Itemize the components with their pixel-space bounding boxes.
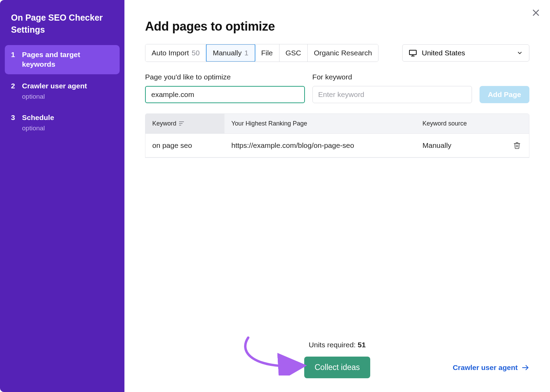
collect-ideas-button[interactable]: Collect ideas	[304, 357, 370, 378]
row-divider	[145, 157, 529, 158]
td-page: https://example.com/blog/on-page-seo	[224, 134, 416, 157]
pages-table: Keyword Your Highest Ranking Page Keywor…	[145, 113, 529, 157]
trash-icon[interactable]	[513, 142, 521, 149]
step-schedule[interactable]: 3 Schedule optional	[5, 108, 120, 138]
th-keyword-label: Keyword	[152, 120, 176, 127]
tab-count: 50	[192, 49, 200, 57]
td-actions	[505, 134, 529, 157]
svg-rect-6	[179, 123, 183, 124]
step-crawler-user-agent[interactable]: 2 Crawler user agent optional	[5, 76, 120, 106]
tab-gsc[interactable]: GSC	[279, 44, 308, 62]
sidebar-title: On Page SEO Checker Settings	[5, 12, 120, 45]
units-required: Units required: 51	[145, 341, 529, 349]
td-keyword: on page seo	[145, 134, 224, 157]
page-field-col: Page you'd like to optimize	[145, 73, 305, 103]
step-number: 2	[11, 81, 16, 101]
steps-list: 1 Pages and target keywords 2 Crawler us…	[5, 45, 120, 138]
td-source: Manually	[416, 134, 505, 157]
add-page-button[interactable]: Add Page	[480, 86, 529, 103]
chevron-down-icon	[517, 50, 523, 56]
th-keyword[interactable]: Keyword	[145, 114, 224, 133]
close-icon	[531, 8, 540, 17]
import-tabs: Auto Import 50 Manually 1 File GSC Organ…	[145, 44, 378, 62]
step-label: Crawler user agent	[22, 82, 87, 90]
controls-row: Auto Import 50 Manually 1 File GSC Organ…	[145, 44, 529, 62]
svg-rect-2	[409, 50, 416, 55]
step-optional: optional	[22, 92, 87, 101]
next-link-label: Crawler user agent	[453, 363, 518, 372]
sort-icon	[179, 121, 185, 126]
tab-label: Manually	[213, 49, 242, 57]
tab-organic-research[interactable]: Organic Research	[308, 44, 378, 62]
svg-rect-7	[179, 125, 181, 126]
tab-file[interactable]: File	[255, 44, 279, 62]
desktop-icon	[409, 50, 417, 56]
table-row: on page seo https://example.com/blog/on-…	[145, 133, 529, 157]
country-label: United States	[422, 49, 465, 57]
table-header: Keyword Your Highest Ranking Page Keywor…	[145, 114, 529, 133]
step-label: Pages and target keywords	[22, 51, 80, 68]
add-page-col: Add Page	[480, 86, 529, 103]
crawler-user-agent-link[interactable]: Crawler user agent	[453, 363, 529, 372]
footer: Units required: 51 Collect ideas Crawler…	[145, 330, 529, 378]
step-number: 3	[11, 113, 16, 133]
step-label: Schedule	[22, 113, 54, 121]
svg-rect-5	[179, 121, 184, 122]
page-input[interactable]	[145, 86, 305, 103]
annotation-arrow	[234, 334, 310, 375]
th-source: Keyword source	[416, 114, 505, 133]
tab-count: 1	[244, 49, 249, 57]
th-source-label: Keyword source	[422, 120, 467, 127]
tab-label: File	[261, 49, 273, 57]
th-page-label: Your Highest Ranking Page	[231, 120, 307, 127]
tab-label: Auto Import	[152, 49, 189, 57]
keyword-field-col: For keyword	[312, 73, 472, 103]
step-pages-keywords[interactable]: 1 Pages and target keywords	[5, 45, 120, 74]
keyword-field-label: For keyword	[312, 73, 472, 81]
tab-auto-import[interactable]: Auto Import 50	[145, 44, 206, 62]
step-number: 1	[11, 50, 16, 69]
close-button[interactable]	[530, 7, 542, 19]
units-label: Units required:	[309, 341, 358, 349]
keyword-input[interactable]	[312, 86, 472, 103]
form-row: Page you'd like to optimize For keyword …	[145, 73, 529, 103]
th-actions	[505, 114, 529, 133]
step-optional: optional	[22, 124, 54, 133]
arrow-right-icon	[522, 364, 529, 371]
units-value: 51	[358, 341, 366, 349]
tab-label: GSC	[286, 49, 301, 57]
country-select[interactable]: United States	[402, 44, 529, 62]
page-title: Add pages to optimize	[145, 19, 529, 34]
tab-manually[interactable]: Manually 1	[206, 44, 255, 62]
page-field-label: Page you'd like to optimize	[145, 73, 305, 81]
tab-label: Organic Research	[314, 49, 372, 57]
footer-row: Collect ideas Crawler user agent	[145, 357, 529, 378]
th-page: Your Highest Ranking Page	[224, 114, 416, 133]
sidebar: On Page SEO Checker Settings 1 Pages and…	[0, 0, 124, 392]
main-panel: Add pages to optimize Auto Import 50 Man…	[124, 0, 550, 392]
